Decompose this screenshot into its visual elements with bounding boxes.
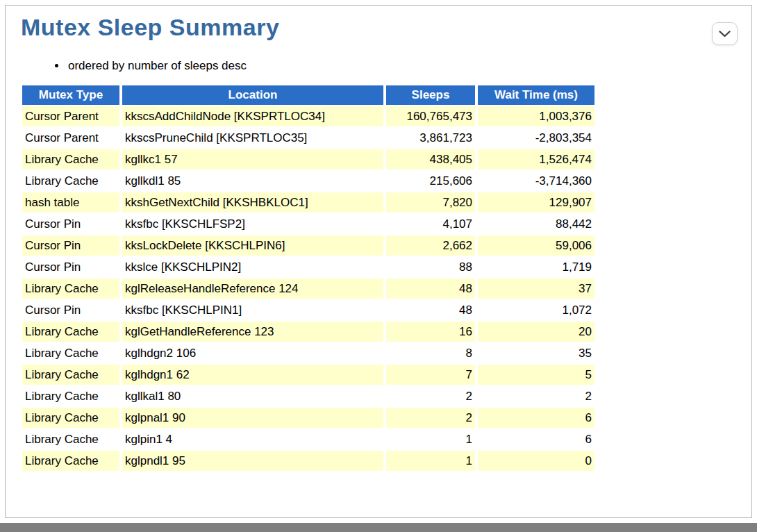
cell-mutex-type: Cursor Parent (22, 128, 119, 148)
cell-mutex-type: Library Cache (22, 365, 119, 385)
table-row: Library Cachekglpin1 416 (22, 429, 594, 449)
table-row: Library CachekglReleaseHandleReference 1… (22, 279, 594, 299)
cell-mutex-type: Cursor Pin (22, 235, 119, 256)
cell-mutex-type: Library Cache (22, 149, 119, 169)
table-header-row: Mutex Type Location Sleeps Wait Time (ms… (22, 85, 594, 105)
cell-mutex-type: Cursor Pin (22, 214, 119, 234)
cell-location: kksLockDelete [KKSCHLPIN6] (122, 235, 383, 256)
column-header-wait-time: Wait Time (ms) (478, 85, 594, 105)
table-row: Library Cachekglhdgn1 6275 (22, 365, 594, 385)
mutex-sleep-table: Mutex Type Location Sleeps Wait Time (ms… (19, 84, 597, 472)
cell-location: kglpndl1 95 (122, 451, 383, 471)
cell-mutex-type: Library Cache (22, 408, 119, 428)
cell-mutex-type: Cursor Pin (22, 257, 119, 277)
cell-location: kkscsPruneChild [KKSPRTLOC35] (122, 128, 383, 148)
cell-location: kkshGetNextChild [KKSHBKLOC1] (122, 192, 383, 213)
cell-location: kgllkdl1 85 (122, 171, 383, 191)
cell-location: kgllkal1 80 (122, 386, 383, 406)
cell-sleeps: 48 (386, 300, 475, 320)
collapse-section-button[interactable] (712, 22, 738, 45)
report-page: Mutex Sleep Summary ordered by number of… (5, 5, 752, 518)
cell-sleeps: 7 (386, 365, 475, 385)
column-header-sleeps: Sleeps (386, 85, 475, 105)
cell-wait-time-ms: 1,526,474 (478, 149, 594, 169)
cell-sleeps: 3,861,723 (386, 128, 475, 148)
cell-location: kglpin1 4 (122, 429, 383, 449)
cell-sleeps: 48 (386, 279, 475, 299)
cell-wait-time-ms: 5 (478, 365, 594, 385)
cell-wait-time-ms: 2 (478, 386, 594, 406)
table-row: Library Cachekgllkal1 8022 (22, 386, 594, 406)
cell-sleeps: 88 (386, 257, 475, 277)
cell-location: kksfbc [KKSCHLPIN1] (122, 300, 383, 320)
table-row: Library Cachekglpndl1 9510 (22, 451, 594, 471)
cell-mutex-type: Library Cache (22, 171, 119, 191)
cell-wait-time-ms: 1,719 (478, 257, 594, 277)
cell-location: kglhdgn2 106 (122, 343, 383, 363)
cell-sleeps: 215,606 (386, 171, 475, 191)
cell-sleeps: 8 (386, 343, 475, 363)
cell-mutex-type: Library Cache (22, 322, 119, 342)
table-row: Library Cachekgllkc1 57438,4051,526,474 (22, 149, 594, 169)
cell-wait-time-ms: -3,714,360 (478, 171, 594, 191)
chevron-down-icon (719, 31, 731, 38)
cell-sleeps: 2 (386, 386, 475, 406)
cell-wait-time-ms: 20 (478, 322, 594, 342)
notes-list: ordered by number of sleeps desc (6, 59, 751, 73)
cell-sleeps: 438,405 (386, 149, 475, 169)
table-body: Cursor ParentkkscsAddChildNode [KKSPRTLO… (22, 106, 594, 471)
cell-sleeps: 2 (386, 408, 475, 428)
cell-mutex-type: Cursor Parent (22, 106, 119, 126)
table-row: Cursor Pinkksfbc [KKSCHLFSP2]4,10788,442 (22, 214, 594, 234)
table-row: Cursor ParentkkscsPruneChild [KKSPRTLOC3… (22, 128, 594, 148)
cell-location: kglpnal1 90 (122, 408, 383, 428)
cell-wait-time-ms: 59,006 (478, 235, 594, 256)
cell-location: kkslce [KKSCHLPIN2] (122, 257, 383, 277)
ordering-note: ordered by number of sleeps desc (67, 59, 751, 73)
table-row: Cursor PinkksLockDelete [KKSCHLPIN6]2,66… (22, 235, 594, 256)
table-row: Library Cachekglpnal1 9026 (22, 408, 594, 428)
cell-sleeps: 16 (386, 322, 475, 342)
column-header-mutex-type: Mutex Type (22, 85, 119, 105)
cell-sleeps: 160,765,473 (386, 106, 475, 126)
cell-mutex-type: Library Cache (22, 451, 119, 471)
cell-mutex-type: Library Cache (22, 386, 119, 406)
cell-location: kglhdgn1 62 (122, 365, 383, 385)
cell-location: kgllkc1 57 (122, 149, 383, 169)
page-title: Mutex Sleep Summary (21, 14, 751, 41)
cell-wait-time-ms: -2,803,354 (478, 128, 594, 148)
cell-location: kglReleaseHandleReference 124 (122, 279, 383, 299)
cell-sleeps: 4,107 (386, 214, 475, 234)
cell-wait-time-ms: 37 (478, 279, 594, 299)
cell-wait-time-ms: 1,072 (478, 300, 594, 320)
table-row: hash tablekkshGetNextChild [KKSHBKLOC1]7… (22, 192, 594, 213)
cell-mutex-type: Cursor Pin (22, 300, 119, 320)
table-row: Cursor Pinkkslce [KKSCHLPIN2]881,719 (22, 257, 594, 277)
cell-wait-time-ms: 6 (478, 429, 594, 449)
cell-sleeps: 1 (386, 451, 475, 471)
cell-wait-time-ms: 6 (478, 408, 594, 428)
cell-mutex-type: Library Cache (22, 429, 119, 449)
cell-wait-time-ms: 0 (478, 451, 594, 471)
table-row: Cursor ParentkkscsAddChildNode [KKSPRTLO… (22, 106, 594, 126)
page-bottom-edge (0, 523, 757, 532)
cell-wait-time-ms: 35 (478, 343, 594, 363)
cell-mutex-type: Library Cache (22, 343, 119, 363)
cell-wait-time-ms: 1,003,376 (478, 106, 594, 126)
cell-mutex-type: Library Cache (22, 279, 119, 299)
cell-sleeps: 1 (386, 429, 475, 449)
table-row: Library Cachekgllkdl1 85215,606-3,714,36… (22, 171, 594, 191)
cell-wait-time-ms: 129,907 (478, 192, 594, 213)
column-header-location: Location (122, 85, 383, 105)
table-row: Library Cachekglhdgn2 106835 (22, 343, 594, 363)
cell-sleeps: 7,820 (386, 192, 475, 213)
cell-location: kkscsAddChildNode [KKSPRTLOC34] (122, 106, 383, 126)
cell-sleeps: 2,662 (386, 235, 475, 256)
cell-wait-time-ms: 88,442 (478, 214, 594, 234)
table-row: Library CachekglGetHandleReference 12316… (22, 322, 594, 342)
cell-mutex-type: hash table (22, 192, 119, 213)
table-row: Cursor Pinkksfbc [KKSCHLPIN1]481,072 (22, 300, 594, 320)
cell-location: kglGetHandleReference 123 (122, 322, 383, 342)
cell-location: kksfbc [KKSCHLFSP2] (122, 214, 383, 234)
